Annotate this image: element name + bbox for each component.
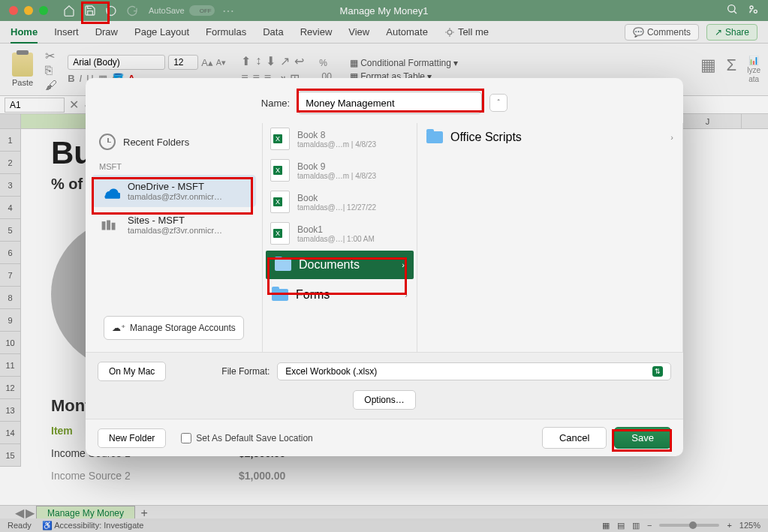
filename-input[interactable] [297,92,482,114]
cancel-button[interactable]: Cancel [542,427,607,449]
folder-office-scripts[interactable]: Office Scripts› [417,123,682,152]
chevron-right-icon: › [670,133,673,142]
chevron-right-icon: › [405,290,408,299]
sites-icon [101,218,120,233]
file-format-label: File Format: [221,366,270,377]
svg-rect-5 [107,220,110,230]
on-my-mac-button[interactable]: On My Mac [98,362,166,381]
manage-storage-button[interactable]: ☁⁺ Manage Storage Accounts [104,316,244,340]
file-item[interactable]: Book 9tamaldas@…m | 4/8/23 [263,155,417,186]
file-item[interactable]: Booktamaldas@…| 12/27/22 [263,186,417,218]
folder-icon [275,259,291,271]
expand-button[interactable]: ˆ [489,94,507,112]
save-button[interactable]: Save [614,427,671,449]
name-label: Name: [261,98,290,109]
file-item[interactable]: Book 8tamaldas@…m | 4/8/23 [263,123,417,155]
location-onedrive[interactable]: OneDrive - MSFTtamaldas@zf3vr.onmicr… [92,175,256,207]
excel-file-icon [270,191,290,213]
location-sites[interactable]: Sites - MSFTtamaldas@zf3vr.onmicr… [92,209,256,241]
excel-file-icon [270,222,290,245]
folder-icon [272,289,288,301]
clock-icon [99,134,116,150]
folder-icon [426,131,443,143]
svg-rect-6 [112,222,116,230]
folder-documents[interactable]: Documents› [266,251,414,279]
default-location-input[interactable] [181,433,191,443]
file-format-select[interactable]: Excel Workbook (.xlsx) ⇅ [277,362,671,380]
file-item[interactable]: Book1tamaldas@…| 1:00 AM [263,218,417,249]
excel-file-icon [270,128,290,150]
folder-forms[interactable]: Forms› [263,281,417,309]
save-dialog: Name: ˆ Recent Folders MSFT OneDrive - M… [86,78,683,456]
recent-folders[interactable]: Recent Folders [89,129,259,155]
svg-rect-4 [102,221,106,230]
excel-file-icon [270,159,290,182]
new-folder-button[interactable]: New Folder [98,428,166,448]
chevron-right-icon: › [402,260,405,269]
section-msft: MSFT [89,155,259,174]
default-location-checkbox[interactable]: Set As Default Save Location [181,433,312,443]
options-button[interactable]: Options… [353,390,415,410]
dropdown-arrow-icon: ⇅ [652,366,663,377]
onedrive-icon [101,184,120,199]
